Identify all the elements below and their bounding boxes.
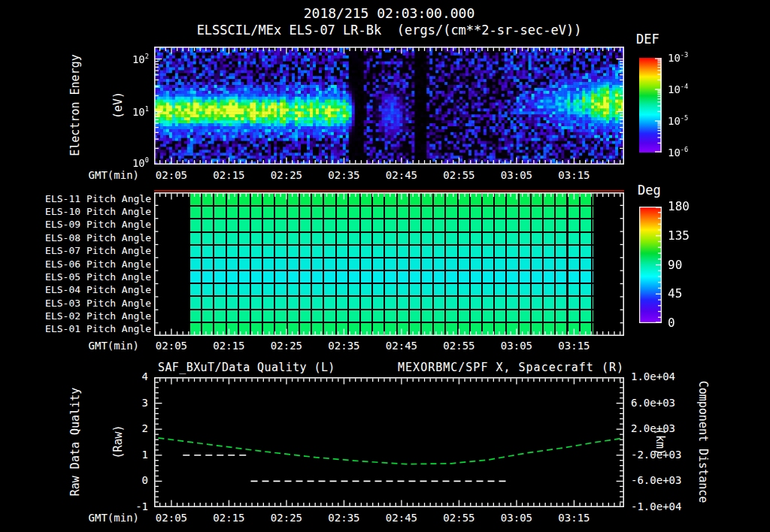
x-tick-label: 02:45 — [386, 169, 417, 181]
energy-y-tick-label: 101 — [111, 105, 149, 118]
plot-title: ELSSCIL/MEx ELS-07 LR-Bk (ergs/(cm**2-sr… — [154, 23, 624, 38]
els-row-label: ELS-01 Pitch Angle — [29, 323, 151, 334]
energy-axis-title: Electron Energy (eV) — [40, 0, 70, 218]
distance-axis-title-line1: Component Distance — [696, 307, 710, 532]
x-tick-label: 02:15 — [213, 169, 244, 181]
x-tick-label: 03:05 — [501, 512, 532, 524]
distance-y-tick-label: 1.0e+04 — [631, 370, 675, 382]
x-tick-label: 02:25 — [271, 340, 302, 352]
quality-panel-frame — [154, 377, 624, 507]
panel-frame-border — [155, 47, 623, 164]
deg-colorbar-tick-label: 0 — [668, 316, 675, 330]
deg-colorbar-tick-label: 45 — [668, 286, 682, 301]
x-tick-label: 02:55 — [443, 512, 474, 524]
distance-y-tick-label: -2.0e+03 — [631, 449, 681, 461]
x-tick-label: 02:15 — [213, 340, 244, 352]
quality-axis-title: Raw Data Quality (Raw) — [40, 329, 70, 532]
panel-frame-border — [155, 378, 623, 506]
def-colorbar-ticks — [639, 58, 662, 153]
quality-y-tick-label: 3 — [111, 397, 148, 409]
els-row-label: ELS-11 Pitch Angle — [29, 193, 151, 204]
def-colorbar-tick-label: 10-4 — [668, 83, 688, 95]
distance-y-tick-label: -6.0e+03 — [631, 474, 681, 486]
pitch-panel-frame — [154, 192, 624, 336]
energy-panel-frame — [154, 47, 624, 165]
els-row-label: ELS-08 Pitch Angle — [29, 232, 151, 243]
distance-axis-title: Component Distance (km) — [708, 307, 738, 532]
def-colorbar — [639, 58, 662, 153]
energy-y-tick-label: 102 — [111, 53, 149, 65]
quality-y-tick-label: 4 — [111, 370, 148, 382]
quality-axis-title-line1: Raw Data Quality — [68, 329, 83, 532]
pitch-angle-panel — [154, 192, 624, 336]
red-separator-line — [154, 190, 624, 192]
els-row-label: ELS-03 Pitch Angle — [29, 298, 151, 309]
quality-y-tick-label: 1 — [111, 449, 148, 461]
els-row-label: ELS-05 Pitch Angle — [29, 271, 151, 283]
els-row-label: ELS-04 Pitch Angle — [29, 284, 151, 295]
plot-timestamp: 2018/215 02:03:00.000 — [154, 5, 624, 21]
distance-series-curve — [158, 438, 624, 464]
deg-colorbar-tick-label: 135 — [668, 228, 690, 243]
x-tick-label: 02:55 — [443, 169, 474, 181]
x-tick-label: 02:35 — [328, 340, 359, 352]
def-colorbar-tick-label: 10-6 — [668, 146, 688, 159]
distance-y-tick-label: 2.0e+03 — [631, 422, 675, 434]
def-colorbar-tick-label: 10-5 — [668, 114, 688, 127]
els-row-label: ELS-02 Pitch Angle — [29, 310, 151, 322]
x-tick-label: 03:15 — [558, 512, 590, 524]
els-row-label: ELS-10 Pitch Angle — [29, 206, 151, 217]
distance-y-tick-label: 6.0e+03 — [631, 397, 675, 409]
x-tick-label: 03:05 — [501, 340, 532, 352]
x-tick-label: 02:35 — [328, 512, 359, 524]
quality-y-tick-label: 0 — [111, 474, 148, 486]
els-row-label: ELS-07 Pitch Angle — [29, 245, 151, 256]
energy-spectrogram-panel — [154, 47, 624, 165]
quality-distance-panel — [154, 377, 624, 507]
x-tick-label: 03:15 — [558, 169, 590, 181]
els-browse-plot: { "title": { "line1": "2018/215 02:03:00… — [0, 0, 770, 532]
x-tick-label: 02:55 — [443, 340, 474, 352]
x-tick-label: 03:15 — [558, 340, 590, 352]
x-tick-label: 02:05 — [156, 512, 187, 524]
gmt-axis-label: GMT(min) — [64, 512, 139, 524]
def-colorbar-title: DEF — [636, 32, 659, 47]
deg-colorbar-ticks — [639, 207, 662, 323]
x-tick-label: 02:05 — [156, 340, 187, 352]
x-tick-label: 02:35 — [328, 169, 359, 181]
def-colorbar-tick-label: 10-3 — [668, 51, 688, 64]
deg-colorbar-tick-label: 180 — [668, 199, 690, 213]
distance-y-tick-label: -1.0e+04 — [631, 500, 681, 512]
panel-frame-border — [155, 193, 623, 335]
energy-y-tick-label: 100 — [111, 156, 149, 169]
energy-axis-title-line1: Electron Energy — [68, 0, 83, 218]
gmt-axis-label: GMT(min) — [64, 169, 139, 181]
gmt-axis-label: GMT(min) — [64, 340, 139, 352]
quality-y-tick-label: -1 — [111, 500, 148, 512]
x-tick-label: 02:45 — [386, 340, 417, 352]
deg-colorbar — [639, 207, 662, 323]
distance-series-title: MEXORBMC/SPF X, Spacecraft (R) — [154, 361, 624, 374]
x-tick-label: 03:05 — [501, 169, 532, 181]
els-row-label: ELS-06 Pitch Angle — [29, 258, 151, 270]
x-tick-label: 02:15 — [213, 512, 244, 524]
distance-axis-title-line2: (km) — [653, 307, 667, 532]
quality-y-tick-label: 2 — [111, 422, 148, 434]
deg-colorbar-tick-label: 90 — [668, 258, 682, 272]
deg-colorbar-title: Deg — [638, 183, 661, 198]
x-tick-label: 02:25 — [271, 512, 302, 524]
els-row-label: ELS-09 Pitch Angle — [29, 219, 151, 230]
x-tick-label: 02:25 — [271, 169, 302, 181]
x-tick-label: 02:05 — [156, 169, 187, 181]
x-tick-label: 02:45 — [386, 512, 417, 524]
